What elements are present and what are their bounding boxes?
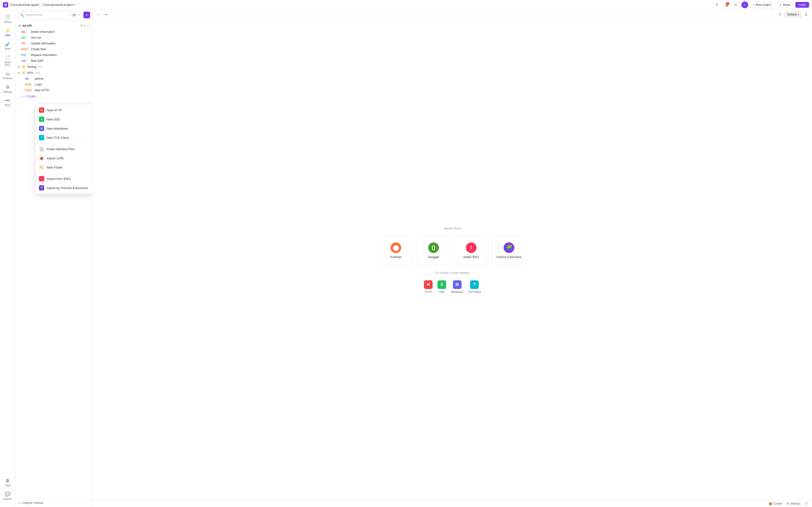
refresh-icon[interactable]: ↻ (714, 1, 721, 8)
search-wrap[interactable]: 🔍 | All ▾ (18, 12, 82, 18)
request-type-sse[interactable]: S SSE (438, 280, 446, 293)
user-d-icon: D (777, 12, 783, 17)
sidebar-item-history[interactable]: 🕐 History (1, 12, 14, 25)
sidebar-item-apis[interactable]: ⚡ APIs (1, 26, 14, 39)
search-input[interactable] (26, 13, 67, 17)
nav-forward-icon[interactable]: › (769, 12, 775, 17)
dropdown-item-new-http[interactable]: H New HTTP (36, 106, 93, 115)
api-name-put: Replace Information (31, 53, 57, 57)
dropdown-item-new-sse[interactable]: S New SSE (36, 115, 93, 124)
invite-button[interactable]: Invite (795, 2, 809, 8)
refresh-small-icon[interactable]: ↺ (80, 24, 83, 27)
hamburger-icon[interactable]: ☰ (803, 12, 809, 17)
tcp-request-icon: T (470, 280, 479, 289)
method-sse-badge: SSE (21, 60, 29, 62)
import-cards: ⬤ Postman {} Swagger I IntelliJ IDEA 🧩 C… (379, 236, 526, 265)
sidebar-item-share-docs[interactable]: 📄 Share Docs (1, 53, 14, 68)
folder-testing[interactable]: ▶ 📁 Testing (2) (15, 64, 93, 70)
nav-back-icon[interactable]: ‹ (762, 12, 768, 17)
import-card-postman[interactable]: ⬤ Postman (379, 236, 413, 265)
dropdown-item-folder[interactable]: 📁 New Folder (36, 163, 93, 172)
cookie-button[interactable]: 🍪 Cookie (769, 502, 782, 505)
api-item-post-new-http[interactable]: POST New HTTP (15, 88, 93, 93)
import-card-chrome[interactable]: 🧩 Chrome Extensions (492, 236, 526, 265)
all-chevron-icon[interactable]: ▾ (79, 14, 80, 16)
search-icon: 🔍 (20, 13, 24, 17)
api-name-post-create: Create New (31, 48, 46, 51)
main-layout: 🕐 History ⚡ APIs 🧪 Tests 📄 Share Docs 🗂 … (0, 10, 812, 507)
project-chevron: ▾ (74, 3, 75, 6)
api-item-post-create[interactable]: POST Create New (15, 46, 93, 52)
idea-icon: I (39, 176, 44, 181)
sidebar-label-settings: Settings (3, 91, 12, 93)
api-item-sse[interactable]: SSE New SSE (15, 58, 93, 64)
create-label: + Create (24, 95, 36, 98)
sidebar-item-more[interactable]: ••• More (1, 96, 14, 108)
add-button[interactable]: + (83, 12, 90, 18)
sidebar-item-schemas[interactable]: 🗂 Schemas (1, 69, 14, 81)
more-dots-icon[interactable]: ⋯ (87, 24, 90, 27)
settings-button[interactable]: ⚙ Settings (786, 502, 800, 505)
share-button[interactable]: ↗ Share (776, 2, 794, 8)
api-item-md-picture[interactable]: MD picture (15, 76, 93, 81)
bottom-bar: 🍪 Cookie ⚙ Settings ? (93, 500, 812, 507)
import-card-intellij[interactable]: I IntelliJ IDEA (454, 236, 488, 265)
sse-label: SSE (439, 290, 445, 293)
sidebar-item-support[interactable]: 💬 Support (1, 490, 14, 502)
default-label: Default (788, 13, 797, 16)
api-item-pat[interactable]: PAT Update Information (15, 41, 93, 46)
request-type-markdown[interactable]: M Markdown (451, 280, 463, 293)
sidebar-item-tests[interactable]: 🧪 Tests (1, 40, 14, 52)
all-api-grid-icon: ⊞ (18, 24, 21, 27)
search-divider: | (69, 13, 69, 17)
create-button[interactable]: + + Create (15, 93, 93, 100)
curl-label: Import cURL (47, 157, 64, 160)
cookie-icon: 🍪 (769, 502, 772, 505)
dropdown-item-chrome[interactable]: 🧩 Import by Chrome Extensions (36, 183, 93, 192)
project-name[interactable]: Cora personal project ▾ (43, 3, 75, 6)
notification-icon[interactable]: 🔔 2 (723, 1, 730, 8)
api-item-delete[interactable]: DEL Delete Information (15, 29, 93, 35)
api-name-pat: Update Information (31, 42, 56, 45)
toolbar-dots-icon[interactable]: ••• (103, 12, 109, 17)
avatar[interactable]: C (742, 1, 748, 8)
http-label: HTTP (425, 290, 432, 293)
folder-apis[interactable]: ▶ 📁 APIs (10) (15, 70, 93, 76)
api-item-put[interactable]: PUT Replace Information (15, 52, 93, 58)
sidebar-item-settings[interactable]: ⚙ Settings (1, 82, 14, 95)
request-type-tcp[interactable]: T TCP Client (468, 280, 481, 293)
sidebar-item-trash[interactable]: 🗑 Trash (1, 476, 14, 489)
dropdown-item-idea[interactable]: I Import from IDEA (36, 174, 93, 183)
method-post-create-badge: POST (21, 48, 29, 51)
import-from-title: Import from (444, 226, 461, 230)
dropdown-item-paste[interactable]: 📋 Paste Interface/Text (36, 145, 93, 154)
apis-folder-count: (10) (35, 71, 40, 74)
markdown-request-icon: M (453, 280, 462, 289)
import-idea-label: Import from IDEA (47, 177, 71, 181)
markdown-label: Markdown (451, 290, 463, 293)
create-dropdown-menu: H New HTTP S New SSE M New Markdown T Ne… (35, 104, 93, 194)
all-api-section[interactable]: ⊞ All API ↺ ◇ ⋯ (15, 22, 93, 29)
new-project-button[interactable]: + New project (750, 2, 774, 8)
testing-folder-name: Testing (27, 65, 36, 68)
all-badge[interactable]: All (71, 13, 77, 17)
collapse-sidebar-button[interactable]: « Collapse Sidebar (15, 499, 93, 507)
testing-folder-icon: 📁 (22, 65, 26, 68)
new-request-row: H HTTP S SSE M Markdown T TCP Client (424, 280, 481, 293)
help-button[interactable]: ? (804, 502, 808, 506)
notification-badge: 2 (726, 2, 729, 5)
api-item-get[interactable]: GET Get List (15, 35, 93, 41)
dropdown-item-new-tcp[interactable]: T New TCP Client (36, 133, 93, 142)
dropdown-item-new-markdown[interactable]: M New Markdown (36, 124, 93, 133)
diamond-icon[interactable]: ◇ (84, 24, 86, 27)
method-get-badge: GET (21, 37, 29, 39)
more-icon: ••• (5, 98, 10, 103)
api-item-post-login[interactable]: POST Login (15, 81, 93, 88)
cookie-label: Cookie (773, 502, 782, 505)
import-card-swagger[interactable]: {} Swagger (417, 236, 451, 265)
default-button[interactable]: Default ▾ (785, 12, 801, 17)
dropdown-item-curl[interactable]: 📥 Import cURL (36, 154, 93, 163)
layout-icon[interactable]: ⊡ (732, 1, 739, 8)
toolbar-plus-icon[interactable]: + (96, 12, 101, 17)
request-type-http[interactable]: H HTTP (424, 280, 433, 293)
